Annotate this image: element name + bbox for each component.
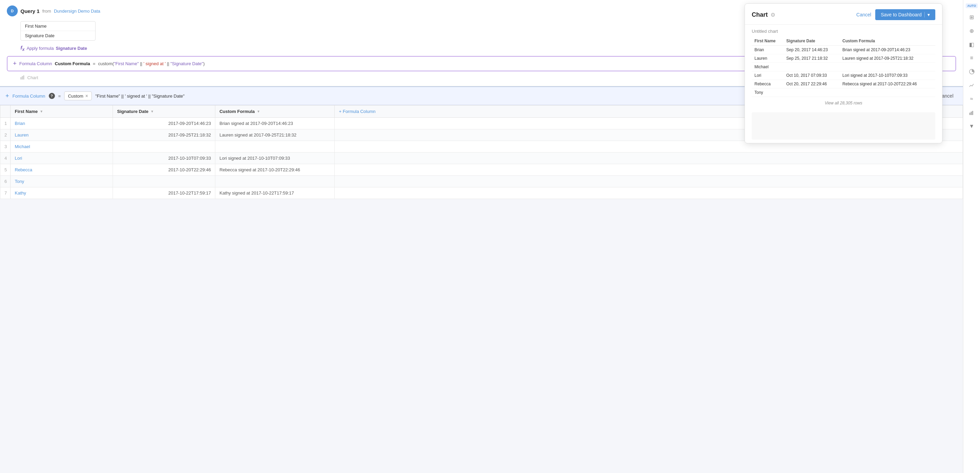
field-first-name: First Name <box>21 21 95 31</box>
bottom-add-btn[interactable]: + <box>5 92 9 100</box>
query-title: Query 1 <box>21 8 40 14</box>
cell-rownum: 5 <box>0 164 11 176</box>
chart-cancel-btn[interactable]: Cancel <box>856 12 872 18</box>
formula-add-btn[interactable]: + <box>13 60 17 67</box>
cell-rownum: 2 <box>0 129 11 141</box>
chart-cell-formula: Lauren signed at 2017-09-25T21:18:32 <box>840 54 935 63</box>
chart-table-row: Rebecca Oct 20, 2017 22:29:46 Rebecca si… <box>752 80 935 88</box>
save-dashboard-btn[interactable]: Save to Dashboard ▾ <box>875 9 935 20</box>
cell-add-formula <box>335 187 963 199</box>
cell-sigdate <box>113 176 215 187</box>
sort-custom-icon[interactable]: ▼ <box>257 110 260 113</box>
formula-col-label: Formula Column <box>19 61 52 66</box>
sidebar-icon-line[interactable] <box>966 79 978 91</box>
table-row: 6 Tony <box>0 176 963 187</box>
col-header-custom: Custom Formula ▼ <box>215 105 335 118</box>
sidebar-icon-bar[interactable] <box>966 107 978 119</box>
table-row: 7 Kathy 2017-10-22T17:59:17 Kathy signed… <box>0 187 963 199</box>
cell-firstname: Lori <box>11 153 113 164</box>
chart-cell-date <box>783 63 839 71</box>
chart-cell-date <box>783 88 839 97</box>
chart-table-row: Tony <box>752 88 935 97</box>
chart-cell-date: Oct 20, 2017 22:29:46 <box>783 80 839 88</box>
chart-cell-formula: Brian signed at 2017-09-20T14:46:23 <box>840 46 935 54</box>
sidebar-icon-list[interactable]: ≡ <box>966 52 978 64</box>
cell-rownum: 6 <box>0 176 11 187</box>
chart-table-row: Lori Oct 10, 2017 07:09:33 Lori signed a… <box>752 71 935 80</box>
cell-firstname: Brian <box>11 118 113 129</box>
cell-custom: Rebecca signed at 2017-10-20T22:29:46 <box>215 164 335 176</box>
cell-add-formula <box>335 164 963 176</box>
cell-add-formula <box>335 176 963 187</box>
sidebar-icon-split[interactable]: ◧ <box>966 38 978 51</box>
cell-rownum: 3 <box>0 141 11 153</box>
apply-formula-label: Apply formula <box>27 46 54 51</box>
chart-actions: Cancel Save to Dashboard ▾ <box>856 9 935 20</box>
col-header-sigdate: Signature Date ▼ <box>113 105 215 118</box>
chart-cell-name: Lori <box>752 71 783 80</box>
apply-formula-field: Signature Date <box>56 46 87 51</box>
chart-cell-formula <box>840 63 935 71</box>
cell-sigdate: 2017-09-20T14:46:23 <box>113 118 215 129</box>
cell-custom: Lauren signed at 2017-09-25T21:18:32 <box>215 129 335 141</box>
svg-rect-6 <box>969 113 970 115</box>
sidebar-icon-add[interactable]: ⊕ <box>966 25 978 37</box>
custom-clear-btn[interactable]: × <box>85 93 88 99</box>
chart-cell-name: Brian <box>752 46 783 54</box>
help-icon[interactable]: ? <box>49 93 55 99</box>
cell-sigdate: 2017-09-25T21:18:32 <box>113 129 215 141</box>
cell-custom: Kathy signed at 2017-10-22T17:59:17 <box>215 187 335 199</box>
chart-cell-formula: Rebecca signed at 2017-10-20T22:29:46 <box>840 80 935 88</box>
cell-add-formula <box>335 153 963 164</box>
cell-firstname: Lauren <box>11 129 113 141</box>
sidebar-icon-down[interactable]: ▼ <box>966 120 978 132</box>
chart-cell-date: Sep 25, 2017 21:18:32 <box>783 54 839 63</box>
formula-col-name: Custom Formula <box>55 61 90 66</box>
cell-custom <box>215 176 335 187</box>
view-all-row: View all 28,305 rows <box>752 97 935 109</box>
cell-custom <box>215 141 335 153</box>
sidebar-icon-wave[interactable]: ≈ <box>966 93 978 105</box>
chart-cell-name: Rebecca <box>752 80 783 88</box>
custom-type-badge: Custom × <box>64 91 92 100</box>
svg-rect-3 <box>22 76 23 80</box>
sort-sigdate-icon[interactable]: ▼ <box>151 110 154 113</box>
chart-cell-formula <box>840 88 935 97</box>
cell-firstname: Michael <box>11 141 113 153</box>
chart-panel-header: Chart ⚙ Cancel Save to Dashboard ▾ <box>745 4 942 25</box>
cell-firstname: Tony <box>11 176 113 187</box>
chart-data-table: First Name Signature Date Custom Formula… <box>745 37 942 109</box>
chart-col-sigdate: Signature Date <box>783 37 839 46</box>
custom-type-label: Custom <box>68 94 83 99</box>
cell-rownum: 4 <box>0 153 11 164</box>
svg-text:D: D <box>11 9 14 13</box>
sort-firstname-icon[interactable]: ▼ <box>40 110 43 113</box>
gear-icon[interactable]: ⚙ <box>770 11 775 18</box>
save-dropdown-arrow[interactable]: ▾ <box>924 12 930 18</box>
table-row: 5 Rebecca 2017-10-20T22:29:46 Rebecca si… <box>0 164 963 176</box>
chart-cell-name: Lauren <box>752 54 783 63</box>
chart-empty-area <box>752 112 935 140</box>
table-row: 4 Lori 2017-10-10T07:09:33 Lori signed a… <box>0 153 963 164</box>
chart-table-row: Brian Sep 20, 2017 14:46:23 Brian signed… <box>752 46 935 54</box>
chart-title-row: Chart ⚙ <box>752 11 775 18</box>
sidebar-icon-table[interactable]: ⊞ <box>966 11 978 23</box>
chart-table-row: Michael <box>752 63 935 71</box>
cell-sigdate <box>113 141 215 153</box>
query-source: Dundersign Demo Data <box>54 8 100 14</box>
svg-rect-7 <box>971 111 972 115</box>
bottom-eq: = <box>58 94 61 99</box>
view-all-link[interactable]: View all 28,305 rows <box>825 101 862 105</box>
chart-label-text: Chart <box>27 75 38 80</box>
svg-rect-4 <box>23 75 24 80</box>
bottom-formula-label: Formula Column <box>13 94 45 99</box>
cell-firstname: Rebecca <box>11 164 113 176</box>
chart-col-formula: Custom Formula <box>840 37 935 46</box>
cell-custom: Lori signed at 2017-10-10T07:09:33 <box>215 153 335 164</box>
chart-cell-date: Sep 20, 2017 14:46:23 <box>783 46 839 54</box>
formula-eq: = <box>93 61 95 66</box>
query-from-label: from <box>42 8 51 14</box>
cell-sigdate: 2017-10-20T22:29:46 <box>113 164 215 176</box>
cell-custom: Brian signed at 2017-09-20T14:46:23 <box>215 118 335 129</box>
sidebar-icon-pie[interactable] <box>966 65 978 78</box>
